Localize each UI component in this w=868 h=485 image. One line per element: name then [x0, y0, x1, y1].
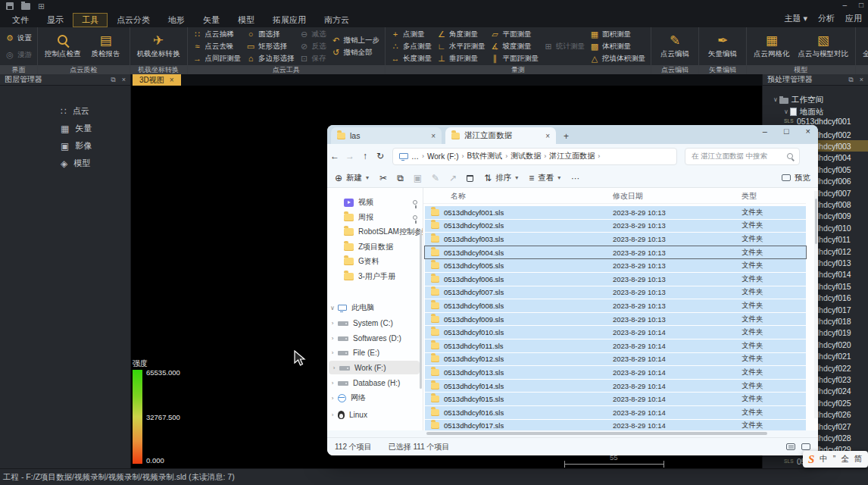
file-row[interactable]: 0513dhdcyf015.sls2023-8-29 10:14文件夹 [425, 393, 806, 405]
explorer-tab-1[interactable]: 湛江立面数据× [445, 127, 556, 144]
float-panel-icon[interactable]: ⧉ [111, 76, 115, 84]
slope-measure-button[interactable]: ∡坡度测量 [491, 42, 539, 52]
file-row[interactable]: 0513dhdcyf012.sls2023-8-29 10:14文件夹 [425, 353, 806, 366]
menu-2[interactable]: 工具 [73, 13, 108, 27]
rect-select-button[interactable]: ▭矩形选择 [246, 42, 295, 52]
invert-select-button[interactable]: ⊘反选 [300, 42, 326, 52]
airborne-coord-transform-button[interactable]: ✈机载坐标转换 [136, 34, 182, 59]
explorer-maximize-button[interactable]: □ [784, 127, 789, 136]
expand-icon[interactable]: › [329, 365, 339, 371]
file-row[interactable]: 0513dhdcyf001.sls2023-8-29 10:13文件夹 [425, 206, 806, 219]
details-view-icon[interactable] [786, 443, 795, 450]
forward-icon[interactable]: → [342, 151, 358, 161]
breadcrumb[interactable]: …›Work (F:)›B软件测试›测试数据›湛江立面数据› [392, 148, 677, 165]
ime-item-2[interactable]: 全 [841, 454, 849, 465]
cut-button[interactable]: ✂ [379, 174, 387, 183]
expand-icon[interactable]: › [327, 335, 338, 342]
ime-item-0[interactable]: 中 [820, 454, 828, 465]
horizontal-distance-measure-button[interactable]: ∟水平距测量 [437, 42, 486, 52]
nav-item-network[interactable]: ›网络 [327, 391, 423, 405]
up-icon[interactable]: ↑ [358, 151, 373, 161]
imagery-layer[interactable]: ▣影像 [0, 137, 130, 155]
menubar-right-0[interactable]: 主题 ▾ [784, 13, 807, 24]
menu-1[interactable]: 显示 [38, 13, 73, 27]
nav-item-videos[interactable]: 视频 [327, 196, 423, 209]
maximize-button[interactable]: □ [859, 1, 863, 9]
length-measure-button[interactable]: ↔长度测量 [391, 54, 432, 64]
menu-0[interactable]: 文件 [3, 13, 38, 27]
file-row[interactable]: 0513dhdcyf010.sls2023-8-29 10:14文件夹 [425, 326, 806, 339]
copy-button[interactable]: ⧉ [397, 174, 404, 183]
sogou-logo-icon[interactable]: S [808, 453, 814, 466]
ime-item-3[interactable]: 简 [854, 454, 863, 465]
crumb-3[interactable]: 测试数据 [510, 151, 541, 161]
point-cloud-thinning-button[interactable]: ∷点云抽稀 [193, 30, 242, 40]
nav-item-user-manual[interactable]: 3-用户手册 [327, 270, 423, 283]
circle-select-button[interactable]: ○圆选择 [246, 30, 295, 40]
menubar-right-2[interactable]: 应用 [845, 13, 862, 24]
collapse-icon[interactable]: ∨ [327, 305, 338, 311]
vertical-distance-measure-button[interactable]: ⊥垂距测量 [437, 54, 486, 64]
model-layer[interactable]: ◈模型 [0, 155, 130, 172]
expand-icon[interactable]: › [327, 320, 338, 327]
nav-item-drive-h[interactable]: ›Database (H:) [327, 376, 423, 390]
file-row[interactable]: 0513dhdcyf007.sls2023-8-29 10:13文件夹 [425, 286, 806, 299]
expand-icon[interactable]: › [327, 380, 338, 386]
point-spacing-measure-button[interactable]: →点间距测量 [193, 54, 242, 64]
large-icons-view-icon[interactable] [801, 443, 810, 450]
minimize-button[interactable]: – [842, 1, 847, 9]
nav-item-z-project-data[interactable]: Z项目数据 [327, 240, 423, 254]
tree-node-workspace[interactable]: ∨ 工作空间 [763, 94, 868, 105]
tab-close-icon[interactable]: × [431, 132, 436, 140]
crumb-1[interactable]: Work (F:) [427, 152, 458, 161]
explorer-close-button[interactable]: × [806, 127, 810, 136]
nav-item-drive-c[interactable]: ›System (C:) [327, 316, 423, 330]
column-header-1[interactable]: 修改日期 [613, 191, 742, 203]
volume-measure-button[interactable]: ▩体积测量 [590, 42, 645, 52]
point-cloud-meshing-button[interactable]: ▦点云网格化 [752, 34, 792, 59]
open-project-icon[interactable] [21, 3, 30, 10]
file-list-header[interactable]: 名称修改日期类型 [423, 191, 806, 204]
nav-item-this-pc[interactable]: ∨此电脑 [327, 301, 423, 314]
search-input[interactable]: 在 湛江立面数据 中搜索 [685, 148, 800, 165]
menubar-right-1[interactable]: 分析 [818, 13, 835, 24]
point-measure-button[interactable]: +点测量 [391, 30, 432, 40]
roam-button[interactable]: ◎漫游 [5, 50, 32, 61]
tab-close-icon[interactable]: × [170, 76, 174, 84]
menu-3[interactable]: 点云分类 [108, 13, 159, 27]
rename-button[interactable]: ✎ [432, 174, 439, 183]
file-row[interactable]: 0513dhdcyf017.sls2023-8-29 10:14文件夹 [425, 420, 806, 430]
point-cloud-edit-button[interactable]: ✎点云编辑 [657, 34, 693, 59]
point-cloud-denoise-button[interactable]: ≈点云去噪 [193, 42, 242, 52]
area-measure-button[interactable]: ▦面积测量 [590, 30, 645, 40]
save-select-button[interactable]: ⊡保存 [300, 54, 326, 64]
close-panel-icon[interactable]: × [122, 76, 126, 84]
expand-icon[interactable]: › [327, 349, 338, 356]
crumb-2[interactable]: B软件测试 [467, 151, 502, 161]
explorer-tab-0[interactable]: las× [331, 127, 442, 144]
pano-mark-point-button[interactable]: ▥全景图刺点 [861, 34, 868, 59]
nav-scrollbar[interactable] [420, 230, 422, 389]
sort-button[interactable]: ⇅ 排序 ▾ [484, 173, 518, 183]
nav-item-drive-e[interactable]: ›File (E:) [327, 346, 423, 359]
tab-close-icon[interactable]: × [545, 132, 550, 140]
vector-layer[interactable]: ▦矢量 [0, 120, 130, 137]
expand-icon[interactable]: ∨ [772, 96, 779, 103]
expand-icon[interactable]: › [327, 395, 338, 402]
explorer-minimize-button[interactable]: – [763, 127, 767, 136]
delete-button[interactable] [467, 174, 473, 182]
column-header-0[interactable]: 名称 [423, 191, 613, 203]
expand-icon[interactable]: ∨ [782, 108, 790, 115]
cloud-model-compare-button[interactable]: ▧点云与模型对比 [797, 34, 851, 59]
file-row[interactable]: 0513dhdcyf003.sls2023-8-29 10:13文件夹 [425, 233, 806, 246]
refresh-icon[interactable]: ↻ [373, 151, 388, 161]
more-button[interactable]: ⋯ [571, 174, 579, 183]
tab-3d-view[interactable]: 3D视图 × [133, 74, 181, 86]
new-project-icon[interactable]: ⊞ [38, 2, 45, 11]
share-button[interactable]: ↗ [449, 174, 457, 183]
save-icon[interactable] [6, 2, 14, 10]
nav-item-drive-d[interactable]: ›Softwares (D:) [327, 331, 423, 345]
file-row[interactable]: 0513dhdcyf011.sls2023-8-29 10:14文件夹 [425, 340, 806, 352]
nav-item-reports[interactable]: 周报 [327, 211, 423, 224]
view-button[interactable]: ≡ 查看 ▾ [529, 173, 560, 183]
